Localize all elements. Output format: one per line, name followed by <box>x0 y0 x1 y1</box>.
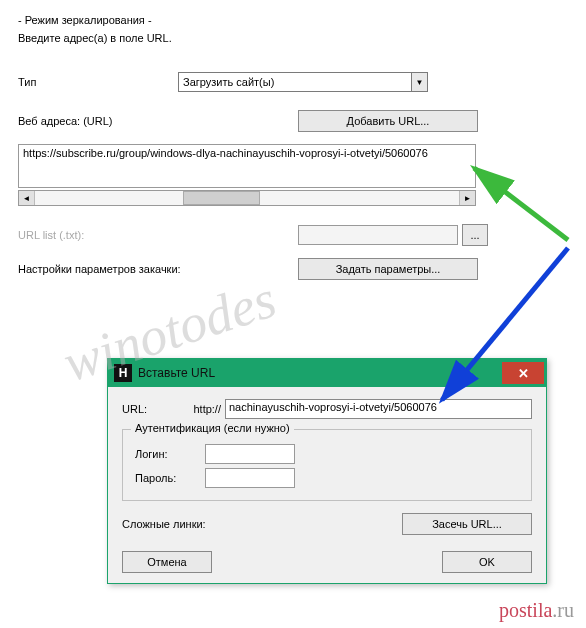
url-list-label: URL list (.txt): <box>18 229 178 241</box>
url-label: URL: <box>122 403 177 415</box>
type-select[interactable]: Загрузить сайт(ы) ▼ <box>178 72 428 92</box>
url-input[interactable]: nachinayuschih-voprosyi-i-otvetyi/506007… <box>225 399 532 419</box>
url-textarea-value: https://subscribe.ru/group/windows-dlya-… <box>23 147 428 159</box>
url-textarea[interactable]: https://subscribe.ru/group/windows-dlya-… <box>18 144 476 188</box>
auth-legend: Аутентификация (если нужно) <box>131 422 294 434</box>
url-list-input <box>298 225 458 245</box>
mode-text: - Режим зеркалирования - <box>18 14 568 26</box>
insert-url-dialog: H Вставьте URL ✕ URL: http:// nachinayus… <box>107 358 547 584</box>
instruction-text: Введите адрес(а) в поле URL. <box>18 32 568 44</box>
password-label: Пароль: <box>135 472 205 484</box>
login-input[interactable] <box>205 444 295 464</box>
catch-url-button[interactable]: Засечь URL... <box>402 513 532 535</box>
app-icon: H <box>114 364 132 382</box>
scroll-left-button[interactable]: ◄ <box>19 191 35 205</box>
brand-part2: .ru <box>552 599 574 621</box>
password-input[interactable] <box>205 468 295 488</box>
params-label: Настройки параметров закачки: <box>18 263 298 275</box>
close-icon[interactable]: ✕ <box>502 362 544 384</box>
cancel-button[interactable]: Отмена <box>122 551 212 573</box>
set-params-button[interactable]: Задать параметры... <box>298 258 478 280</box>
dialog-title: Вставьте URL <box>138 366 502 380</box>
type-select-value: Загрузить сайт(ы) <box>183 76 274 88</box>
http-prefix: http:// <box>177 403 225 415</box>
chevron-down-icon[interactable]: ▼ <box>411 73 427 91</box>
login-label: Логин: <box>135 448 205 460</box>
horizontal-scrollbar[interactable]: ◄ ► <box>18 190 476 206</box>
footer-brand: postila.ru <box>499 599 574 622</box>
dialog-titlebar[interactable]: H Вставьте URL ✕ <box>108 359 546 387</box>
auth-fieldset: Аутентификация (если нужно) Логин: Парол… <box>122 429 532 501</box>
scroll-right-button[interactable]: ► <box>459 191 475 205</box>
complex-links-label: Сложные линки: <box>122 518 206 530</box>
url-input-value: nachinayuschih-voprosyi-i-otvetyi/506007… <box>229 401 437 413</box>
type-label: Тип <box>18 76 178 88</box>
brand-part1: postila <box>499 599 552 621</box>
web-address-label: Веб адреса: (URL) <box>18 115 178 127</box>
browse-button[interactable]: ... <box>462 224 488 246</box>
add-url-button[interactable]: Добавить URL... <box>298 110 478 132</box>
scroll-track[interactable] <box>35 191 459 205</box>
ok-button[interactable]: OK <box>442 551 532 573</box>
scroll-thumb[interactable] <box>183 191 259 205</box>
